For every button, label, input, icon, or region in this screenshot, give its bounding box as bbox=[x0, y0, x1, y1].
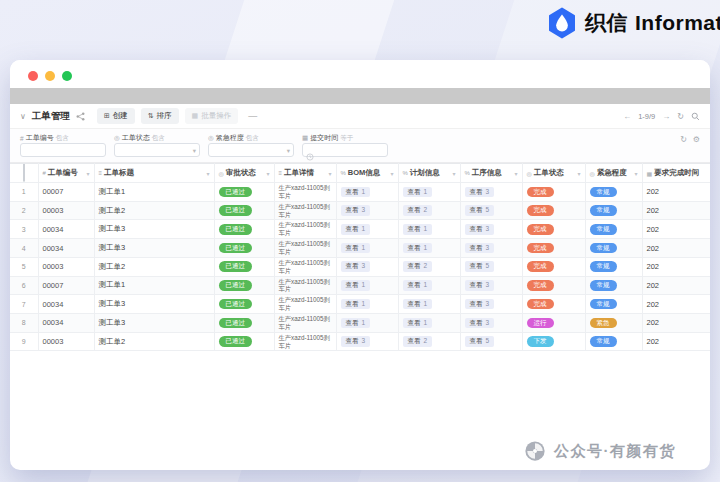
view-records-button[interactable]: 查看1 bbox=[403, 224, 433, 235]
column-label: 要求完成时间 bbox=[654, 168, 699, 178]
cell-process: 查看3 bbox=[460, 276, 522, 295]
share-icon[interactable] bbox=[76, 112, 85, 121]
window-close-button[interactable] bbox=[28, 71, 38, 81]
view-records-button[interactable]: 查看3 bbox=[341, 205, 371, 216]
record-count: 1 bbox=[362, 300, 366, 307]
view-label: 查看 bbox=[470, 262, 483, 269]
view-records-button[interactable]: 查看3 bbox=[465, 280, 495, 291]
record-count: 5 bbox=[486, 337, 490, 344]
view-records-button[interactable]: 查看1 bbox=[341, 224, 371, 235]
cell-approval: 已通过 bbox=[214, 276, 274, 295]
cell-detail: 生产xazd-11005刹车片 bbox=[274, 220, 336, 239]
view-records-button[interactable]: 查看5 bbox=[465, 336, 495, 347]
search-icon[interactable] bbox=[691, 112, 700, 121]
filter-date-input[interactable] bbox=[302, 143, 388, 157]
column-header-bom[interactable]: %BOM信息▾ bbox=[336, 164, 398, 183]
field-type-icon: ◎ bbox=[219, 170, 224, 177]
view-records-button[interactable]: 查看3 bbox=[465, 224, 495, 235]
view-records-button[interactable]: 查看1 bbox=[403, 299, 433, 310]
filter-bar: #工单编号包含◎工单状态包含▾◎紧急程度包含▾▦提交时间等于 ↻ ⚙ bbox=[10, 129, 710, 163]
view-records-button[interactable]: 查看1 bbox=[403, 280, 433, 291]
view-records-button[interactable]: 查看2 bbox=[403, 261, 433, 272]
view-records-button[interactable]: 查看3 bbox=[465, 318, 495, 329]
column-header-due[interactable]: ▦要求完成时间▾ bbox=[642, 164, 710, 183]
cell-detail: 生产xazd-11005刹车片 bbox=[274, 314, 336, 333]
refresh-icon[interactable]: ↻ bbox=[677, 112, 684, 121]
view-records-button[interactable]: 查看2 bbox=[403, 336, 433, 347]
column-header-detail[interactable]: ≡工单详情▾ bbox=[274, 164, 336, 183]
cell-urgency: 常规 bbox=[585, 183, 642, 202]
filter-label: #工单编号包含 bbox=[20, 133, 106, 143]
filter-settings-gear-icon[interactable]: ⚙ bbox=[693, 135, 700, 144]
prev-page-icon[interactable]: ← bbox=[623, 112, 631, 121]
chevron-down-icon: ▾ bbox=[287, 147, 290, 155]
chevron-down-icon: ▾ bbox=[328, 170, 331, 177]
filter-field-name: 工单编号 bbox=[26, 133, 54, 143]
column-header-status[interactable]: ◎工单状态▾ bbox=[522, 164, 585, 183]
view-records-button[interactable]: 查看1 bbox=[341, 318, 371, 329]
view-records-button[interactable]: 查看3 bbox=[465, 243, 495, 254]
column-header-plan[interactable]: %计划信息▾ bbox=[398, 164, 460, 183]
view-records-button[interactable]: 查看1 bbox=[403, 318, 433, 329]
view-records-button[interactable]: 查看1 bbox=[403, 243, 433, 254]
batch-actions-button[interactable]: ▦ 批量操作 bbox=[185, 108, 239, 124]
filter-group-工单状态: ◎工单状态包含▾ bbox=[114, 133, 200, 157]
view-records-button[interactable]: 查看3 bbox=[341, 336, 371, 347]
app-window: ∨ 工单管理 ⊞ 创建 ⇅ 排序 ▦ 批量操作 — ← 1-9/9 → bbox=[10, 60, 710, 470]
view-records-button[interactable]: 查看3 bbox=[341, 261, 371, 272]
view-records-button[interactable]: 查看1 bbox=[403, 187, 433, 198]
record-count: 1 bbox=[424, 188, 428, 195]
column-header-process[interactable]: %工序信息▾ bbox=[460, 164, 522, 183]
cell-urgency: 常规 bbox=[585, 276, 642, 295]
filter-input[interactable] bbox=[20, 143, 106, 157]
cell-process: 查看3 bbox=[460, 220, 522, 239]
filter-select[interactable]: ▾ bbox=[114, 143, 200, 157]
record-count: 3 bbox=[362, 337, 366, 344]
cell-approval: 已通过 bbox=[214, 332, 274, 351]
window-zoom-button[interactable] bbox=[62, 71, 72, 81]
next-page-icon[interactable]: → bbox=[662, 112, 670, 121]
table-row: 300034测工单3已通过生产xazd-11005刹车片查看1查看1查看3完成常… bbox=[10, 220, 710, 239]
collapse-caret-icon[interactable]: ∨ bbox=[20, 112, 26, 121]
row-number: 5 bbox=[10, 257, 38, 276]
view-records-button[interactable]: 查看1 bbox=[341, 187, 371, 198]
view-records-button[interactable]: 查看5 bbox=[465, 261, 495, 272]
record-count: 3 bbox=[486, 244, 490, 251]
field-type-icon: % bbox=[465, 170, 470, 176]
cell-bom: 查看3 bbox=[336, 201, 398, 220]
view-records-button[interactable]: 查看1 bbox=[341, 243, 371, 254]
filter-refresh-icon[interactable]: ↻ bbox=[680, 135, 687, 144]
view-records-button[interactable]: 查看3 bbox=[465, 187, 495, 198]
sort-button[interactable]: ⇅ 排序 bbox=[141, 108, 179, 124]
more-dash-icon[interactable]: — bbox=[248, 111, 257, 121]
view-records-button[interactable]: 查看1 bbox=[341, 299, 371, 310]
record-count: 5 bbox=[486, 206, 490, 213]
column-header-approval[interactable]: ◎审批状态▾ bbox=[214, 164, 274, 183]
status-badge: 常规 bbox=[590, 280, 617, 291]
row-number: 1 bbox=[10, 183, 38, 202]
view-records-button[interactable]: 查看5 bbox=[465, 205, 495, 216]
cell-status: 运行 bbox=[522, 314, 585, 333]
filter-field-icon: ◎ bbox=[114, 134, 120, 142]
column-header-title[interactable]: ≡工单标题▾ bbox=[94, 164, 214, 183]
record-count: 3 bbox=[486, 281, 490, 288]
record-count: 3 bbox=[362, 262, 366, 269]
cell-title: 测工单3 bbox=[94, 314, 214, 333]
view-records-button[interactable]: 查看3 bbox=[465, 299, 495, 310]
view-records-button[interactable]: 查看1 bbox=[341, 280, 371, 291]
cell-plan: 查看2 bbox=[398, 332, 460, 351]
table-header-row: #工单编号▾≡工单标题▾◎审批状态▾≡工单详情▾%BOM信息▾%计划信息▾%工序… bbox=[10, 164, 710, 183]
cell-urgency: 常规 bbox=[585, 257, 642, 276]
select-all-checkbox[interactable] bbox=[23, 164, 25, 183]
view-records-button[interactable]: 查看2 bbox=[403, 205, 433, 216]
window-minimize-button[interactable] bbox=[45, 71, 55, 81]
cell-due: 202 bbox=[642, 332, 710, 351]
view-label: 查看 bbox=[346, 300, 359, 307]
create-button[interactable]: ⊞ 创建 bbox=[97, 108, 135, 124]
filter-select[interactable]: ▾ bbox=[208, 143, 294, 157]
cell-title: 测工单1 bbox=[94, 183, 214, 202]
column-header-code[interactable]: #工单编号▾ bbox=[38, 164, 94, 183]
cell-process: 查看3 bbox=[460, 183, 522, 202]
column-header-urgency[interactable]: ◎紧急程度▾ bbox=[585, 164, 642, 183]
cell-title: 测工单1 bbox=[94, 276, 214, 295]
